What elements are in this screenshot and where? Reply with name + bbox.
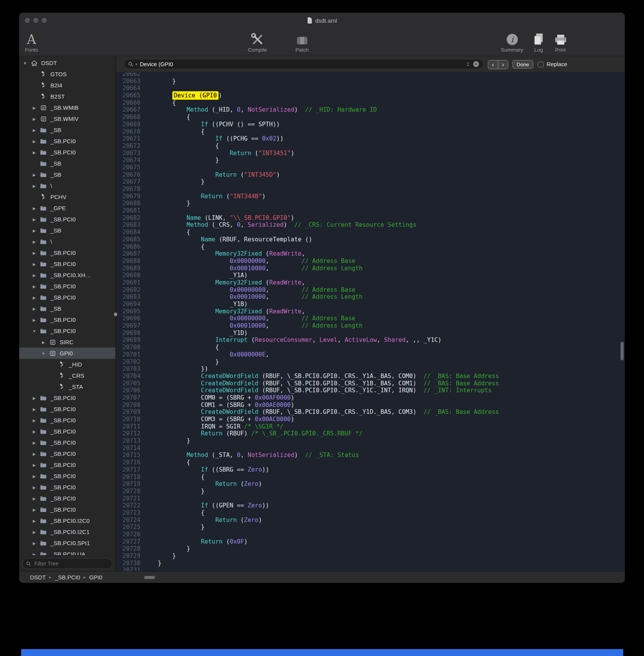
sidebar-item-gpi0[interactable]: ▼GPI0 xyxy=(19,348,115,359)
sidebar-item-sb-pci0-xh[interactable]: ▶_SB.PCI0.XH… xyxy=(19,269,115,281)
sidebar-item-sb-pci0[interactable]: ▶_SB.PCI0 xyxy=(19,493,115,504)
code-text[interactable]: 0x00000000, // Address Base xyxy=(143,258,355,265)
code-text[interactable]: IRQN = SGIR /* \SGIR */ xyxy=(143,423,284,430)
find-query-input[interactable] xyxy=(139,61,465,68)
code-text[interactable]: { xyxy=(143,99,176,107)
patch-button[interactable]: Patch xyxy=(287,29,317,53)
breadcrumb-item[interactable]: _SB.PCI0 xyxy=(55,574,80,581)
breadcrumb-item[interactable]: GPI0 xyxy=(89,574,102,581)
disclosure-closed-icon[interactable]: ▶ xyxy=(30,184,38,188)
code-text[interactable]: } xyxy=(143,545,190,552)
disclosure-closed-icon[interactable]: ▶ xyxy=(30,128,38,132)
code-text[interactable]: Device (GPI0) xyxy=(143,92,222,99)
code-text[interactable]: } xyxy=(143,560,162,567)
disclosure-closed-icon[interactable]: ▶ xyxy=(30,117,38,121)
splitter-handle[interactable] xyxy=(114,313,117,316)
disclosure-closed-icon[interactable]: ▶ xyxy=(30,284,38,289)
filter-tree-field[interactable] xyxy=(22,558,112,569)
disclosure-closed-icon[interactable]: ▶ xyxy=(30,496,38,501)
clear-search-icon[interactable]: ✕ xyxy=(473,61,479,67)
sidebar-item-sb-pci0[interactable]: ▶_SB.PCI0 xyxy=(19,292,115,303)
code-editor[interactable]: 2066220663 }2066420665 Device (GPI0)2066… xyxy=(116,72,625,571)
disclosure-open-icon[interactable]: ▼ xyxy=(39,351,48,356)
code-text[interactable]: _Y1A) xyxy=(143,272,248,279)
code-text[interactable]: Memory32Fixed (ReadWrite, xyxy=(143,308,305,315)
code-text[interactable]: COM3 = (SBRG + 0x00AC0000) xyxy=(143,416,294,423)
sidebar-item-[interactable]: ▶\ xyxy=(19,236,115,247)
code-text[interactable]: COM1 = (SBRG + 0x00AE0000) xyxy=(143,402,294,409)
disclosure-closed-icon[interactable]: ▶ xyxy=(30,552,38,556)
sidebar-item-sb-pci0[interactable]: ▶_SB.PCI0 xyxy=(19,426,115,437)
code-text[interactable]: Return (0x0F) xyxy=(143,538,248,546)
summary-button[interactable]: i Summary xyxy=(497,29,527,53)
sidebar-item-hid[interactable]: _HID xyxy=(19,359,115,370)
compile-button[interactable]: Compile xyxy=(243,29,272,53)
code-text[interactable]: CreateDWordField (RBUF, \_SB.PCI0.GPI0._… xyxy=(143,408,499,416)
sidebar-item-gtos[interactable]: GTOS xyxy=(19,69,115,80)
code-text[interactable]: { xyxy=(143,142,219,150)
disclosure-open-icon[interactable]: ▼ xyxy=(30,329,38,333)
sidebar-item-sb-pci0[interactable]: ▶_SB.PCI0 xyxy=(19,247,115,258)
print-button[interactable]: Print xyxy=(546,29,575,53)
disclosure-closed-icon[interactable]: ▶ xyxy=(30,262,38,266)
disclosure-closed-icon[interactable]: ▶ xyxy=(30,306,38,311)
sidebar-item-dsdt[interactable]: ▼DSDT xyxy=(19,57,115,69)
disclosure-open-icon[interactable]: ▼ xyxy=(21,61,29,65)
code-text[interactable]: 0x00010000, // Address Length xyxy=(143,265,362,272)
chevron-down-icon[interactable]: ▾ xyxy=(135,62,137,66)
sidebar-item-sb-pci0[interactable]: ▶_SB.PCI0 xyxy=(19,459,115,470)
code-text[interactable]: Return (Zero) xyxy=(143,480,262,488)
sidebar-item-b2i4[interactable]: B2I4 xyxy=(19,80,115,91)
code-text[interactable]: 0x00010000, // Address Length xyxy=(143,293,362,301)
code-text[interactable]: } xyxy=(143,200,190,207)
disclosure-closed-icon[interactable]: ▶ xyxy=(30,318,38,322)
sidebar-item-sb-wmiv[interactable]: ▶_SB.WMIV xyxy=(19,113,115,124)
sidebar-item-sb-pci0-i2c1[interactable]: ▶_SB.PCI0.I2C1 xyxy=(19,526,115,537)
disclosure-closed-icon[interactable]: ▶ xyxy=(30,485,38,490)
code-text[interactable]: CreateDWordField (RBUF, \_SB.PCI0.GPI0._… xyxy=(143,387,492,394)
code-text[interactable]: If ((SBRG == Zero)) xyxy=(143,466,269,474)
disclosure-closed-icon[interactable]: ▶ xyxy=(30,429,38,434)
code-text[interactable]: 0x00000000, // Address Base xyxy=(143,315,355,322)
sidebar-item-sb-pci0[interactable]: ▶_SB.PCI0 xyxy=(19,214,115,225)
code-text[interactable]: Name (LINK, "\\_SB.PCI0.GPI0") xyxy=(143,214,294,222)
code-text[interactable]: _Y1D) xyxy=(143,330,248,337)
disclosure-closed-icon[interactable]: ▶ xyxy=(30,172,38,177)
sidebar-item-sb-pci0[interactable]: ▶_SB.PCI0 xyxy=(19,281,115,292)
disclosure-closed-icon[interactable]: ▶ xyxy=(30,541,38,546)
disclosure-closed-icon[interactable]: ▶ xyxy=(30,452,38,456)
disclosure-closed-icon[interactable]: ▶ xyxy=(30,396,38,400)
find-next-button[interactable]: › xyxy=(498,60,508,69)
sidebar-item-sb[interactable]: ▶_SB xyxy=(19,225,115,236)
vertical-scrollbar-thumb[interactable] xyxy=(621,342,624,360)
disclosure-closed-icon[interactable]: ▶ xyxy=(30,474,38,479)
sidebar-item-sb-pci0-i2c0[interactable]: ▶_SB.PCI0.I2C0 xyxy=(19,515,115,526)
code-text[interactable]: 0x0000000E, xyxy=(143,351,269,358)
sidebar-item-sb-pci0[interactable]: ▶_SB.PCI0 xyxy=(19,392,115,403)
sidebar-item-sb-pci0-spi1[interactable]: ▶_SB.PCI0.SPI1 xyxy=(19,537,115,549)
code-text[interactable]: Interrupt (ResourceConsumer, Level, Acti… xyxy=(143,336,442,344)
code-text[interactable]: Method (_CRS, 0, Serialized) // _CRS: Cu… xyxy=(143,221,416,229)
code-text[interactable]: } xyxy=(143,488,205,495)
sidebar-item-pchv[interactable]: PCHV xyxy=(19,191,115,202)
code-text[interactable]: { xyxy=(143,128,205,136)
code-text[interactable]: Return ("INT345D") xyxy=(143,171,280,179)
disclosure-closed-icon[interactable]: ▶ xyxy=(30,463,38,467)
sidebar-item-sb[interactable]: _SB xyxy=(19,158,115,169)
code-text[interactable]: If ((PCHV () == SPTH)) xyxy=(143,121,280,128)
code-text[interactable]: { xyxy=(143,114,190,121)
search-icon[interactable] xyxy=(128,62,133,67)
code-text[interactable]: 0x00000000, // Address Base xyxy=(143,286,355,294)
code-text[interactable]: }) xyxy=(143,365,208,373)
sidebar-item-gpe[interactable]: ▶_GPE xyxy=(19,202,115,214)
horizontal-scrollbar-thumb[interactable] xyxy=(144,576,155,579)
breadcrumb-item[interactable]: DSDT xyxy=(30,574,46,581)
code-text[interactable]: If ((GPEN == Zero)) xyxy=(143,502,269,509)
disclosure-closed-icon[interactable]: ▶ xyxy=(30,407,38,412)
sidebar-item-sb-pci0[interactable]: ▶_SB.PCI0 xyxy=(19,258,115,269)
sidebar-item-sb-wmib[interactable]: ▶_SB.WMIB xyxy=(19,102,115,113)
code-text[interactable]: If ((PCHG == 0x02)) xyxy=(143,135,284,142)
sidebar-item-sb-pci0[interactable]: ▶_SB.PCI0 xyxy=(19,482,115,493)
done-button[interactable]: Done xyxy=(512,60,533,69)
code-text[interactable]: Memory32Fixed (ReadWrite, xyxy=(143,279,305,286)
